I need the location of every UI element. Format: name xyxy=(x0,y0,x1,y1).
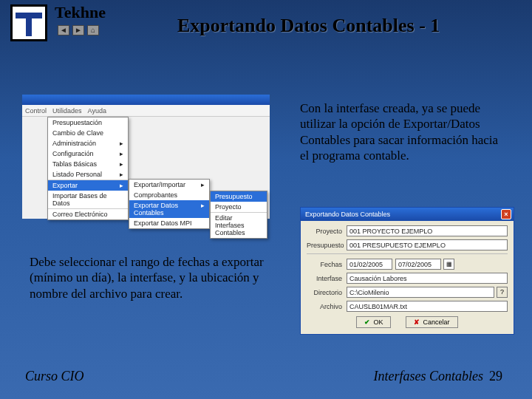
exportar-submenu: Exportar/Importar▸ Comprobantes Exportar… xyxy=(129,179,210,229)
menu-utilidades[interactable]: Utilidades xyxy=(52,107,82,115)
footer-right: Interfases Contables29 xyxy=(374,369,503,384)
dialog-title: Exportando Datos Contables xyxy=(305,211,390,218)
smi-comprob[interactable]: Comprobantes xyxy=(129,190,209,200)
brand-name: Tekhne xyxy=(55,3,106,22)
check-icon: ✔ xyxy=(364,318,370,326)
nav-icons: ◄ ► ⌂ xyxy=(58,25,99,35)
smi-expimp[interactable]: Exportar/Importar▸ xyxy=(129,180,209,190)
mi-clave[interactable]: Cambio de Clave xyxy=(48,128,128,138)
datos-submenu: Presupuesto Proyecto Editar Interfases C… xyxy=(210,191,267,239)
app-menubar: Control Utilidades Ayuda xyxy=(22,105,270,117)
footer-left: Curso CIO xyxy=(25,369,84,384)
close-icon[interactable]: × xyxy=(501,209,511,219)
cancel-button[interactable]: ✘Cancelar xyxy=(406,316,457,328)
field-proyecto[interactable]: 001 PROYECTO EJEMPLO xyxy=(347,225,508,236)
browse-icon[interactable]: ? xyxy=(497,287,508,298)
app-titlebar xyxy=(22,95,270,105)
smi2-presup[interactable]: Presupuesto xyxy=(211,191,267,202)
field-interfase[interactable]: Causación Labores xyxy=(347,273,508,284)
field-directorio[interactable]: C:\CioMilenio xyxy=(347,287,494,298)
logo xyxy=(10,4,47,41)
export-dialog: Exportando Datos Contables × Proyecto 00… xyxy=(300,207,514,335)
field-fecha1[interactable]: 01/02/2005 xyxy=(347,259,392,270)
field-archivo[interactable]: CAUSLB01MAR.txt xyxy=(347,301,508,312)
label-archivo: Archivo xyxy=(307,303,347,310)
mi-presup[interactable]: Presupuestación xyxy=(48,117,128,128)
page-number: 29 xyxy=(489,369,502,383)
utilidades-dropdown: Presupuestación Cambio de Clave Administ… xyxy=(47,117,129,220)
nav-prev-icon[interactable]: ◄ xyxy=(58,25,69,35)
label-proyecto: Proyecto xyxy=(307,228,347,235)
mi-listado[interactable]: Listado Personal▸ xyxy=(48,169,128,180)
x-icon: ✘ xyxy=(414,318,420,326)
label-fechas: Fechas xyxy=(307,261,347,268)
smi2-editar[interactable]: Editar Interfases Contables xyxy=(211,212,267,238)
dialog-titlebar: Exportando Datos Contables × xyxy=(301,208,514,221)
paragraph-1: Con la interfase creada, ya se puede uti… xyxy=(300,100,507,163)
field-fecha2[interactable]: 07/02/2005 xyxy=(395,259,441,270)
smi2-proy[interactable]: Proyecto xyxy=(211,202,267,212)
mi-admin[interactable]: Administración▸ xyxy=(48,138,128,149)
field-presupuesto[interactable]: 001 PRESUPUESTO EJEMPLO xyxy=(347,239,508,250)
nav-next-icon[interactable]: ► xyxy=(72,25,84,35)
menu-control[interactable]: Control xyxy=(25,107,47,115)
paragraph-2: Debe seleccionar el rango de fechas a ex… xyxy=(30,254,266,301)
page-title: Exportando Datos Contables - 1 xyxy=(177,15,440,37)
mi-exportar[interactable]: Exportar▸ xyxy=(48,180,128,191)
mi-tablas[interactable]: Tablas Básicas▸ xyxy=(48,159,128,169)
ok-button[interactable]: ✔OK xyxy=(356,316,391,328)
mi-config[interactable]: Configuración▸ xyxy=(48,149,128,159)
mi-importar[interactable]: Importar Bases de Datos xyxy=(48,191,128,208)
label-directorio: Directorio xyxy=(307,289,347,296)
menu-ayuda[interactable]: Ayuda xyxy=(88,107,106,115)
smi-datoscont[interactable]: Exportar Datos Contables▸ xyxy=(129,200,209,218)
label-interfase: Interfase xyxy=(307,275,347,282)
calendar-icon[interactable]: ▦ xyxy=(443,259,454,270)
menu-screenshot: Control Utilidades Ayuda Presupuestación… xyxy=(22,95,270,219)
mi-correo[interactable]: Correo Electrónico xyxy=(48,208,128,219)
smi-mpi[interactable]: Exportar Datos MPI xyxy=(129,218,209,228)
nav-home-icon[interactable]: ⌂ xyxy=(87,25,99,35)
label-presupuesto: Presupuesto xyxy=(307,242,347,249)
